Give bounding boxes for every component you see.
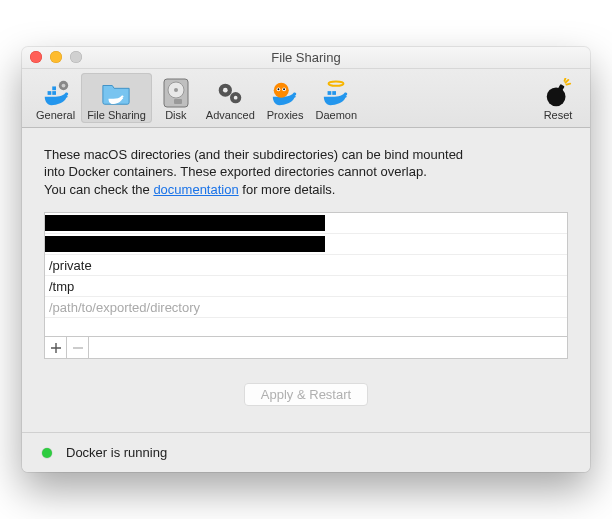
tab-label: File Sharing [87,109,146,121]
svg-point-13 [274,82,289,97]
status-indicator-icon [42,448,52,458]
disk-icon [160,77,192,109]
list-empty-row [45,318,567,336]
tab-advanced[interactable]: Advanced [200,73,261,123]
desc-line: into Docker containers. These exported d… [44,164,427,179]
desc-line: These macOS directories (and their subdi… [44,147,463,162]
tab-label: Disk [165,109,186,121]
tab-label: General [36,109,75,121]
svg-point-16 [278,88,280,90]
plus-icon [51,343,61,353]
folder-whale-icon [100,77,132,109]
list-item[interactable] [45,234,567,255]
desc-line: for more details. [239,182,336,197]
svg-rect-8 [174,99,182,104]
toolbar: General File Sharing [22,69,590,128]
svg-point-10 [223,88,228,93]
tab-label: Proxies [267,109,304,121]
tab-label: Daemon [315,109,357,121]
minus-icon [73,343,83,353]
svg-rect-1 [52,91,56,95]
svg-rect-20 [333,91,337,95]
tab-general[interactable]: General [30,73,81,123]
tab-label: Advanced [206,109,255,121]
svg-point-7 [174,88,178,92]
svg-rect-2 [52,86,56,90]
status-text: Docker is running [66,445,167,460]
tab-disk[interactable]: Disk [152,73,200,123]
whale-halo-icon [320,77,352,109]
list-item-placeholder[interactable]: /path/to/exported/directory [45,297,567,318]
desc-line: You can check the [44,182,153,197]
list-item[interactable] [45,213,567,234]
tab-proxies[interactable]: Proxies [261,73,310,123]
documentation-link[interactable]: documentation [153,182,238,197]
whale-mask-icon [269,77,301,109]
bomb-icon [542,77,574,109]
reset-button[interactable]: Reset [534,73,582,123]
titlebar: File Sharing [22,47,590,69]
list-controls [44,337,568,359]
svg-point-17 [283,88,285,90]
svg-point-18 [329,81,344,85]
svg-rect-0 [47,91,51,95]
content-area: These macOS directories (and their subdi… [22,128,590,433]
svg-point-21 [547,87,566,106]
gears-icon [214,77,246,109]
add-button[interactable] [45,337,67,358]
list-item[interactable]: /tmp [45,276,567,297]
status-bar: Docker is running [22,432,590,472]
svg-point-12 [234,95,238,99]
description: These macOS directories (and their subdi… [44,146,568,199]
svg-point-4 [61,83,65,87]
svg-rect-19 [328,91,332,95]
list-item[interactable]: /private [45,255,567,276]
directory-list[interactable]: /private /tmp /path/to/exported/director… [44,212,568,337]
apply-restart-button: Apply & Restart [244,383,368,406]
remove-button[interactable] [67,337,89,358]
tab-daemon[interactable]: Daemon [309,73,363,123]
reset-label: Reset [544,109,573,121]
window-title: File Sharing [22,50,590,65]
whale-gear-icon [40,77,72,109]
tab-file-sharing[interactable]: File Sharing [81,73,152,123]
preferences-window: File Sharing General [22,47,590,473]
